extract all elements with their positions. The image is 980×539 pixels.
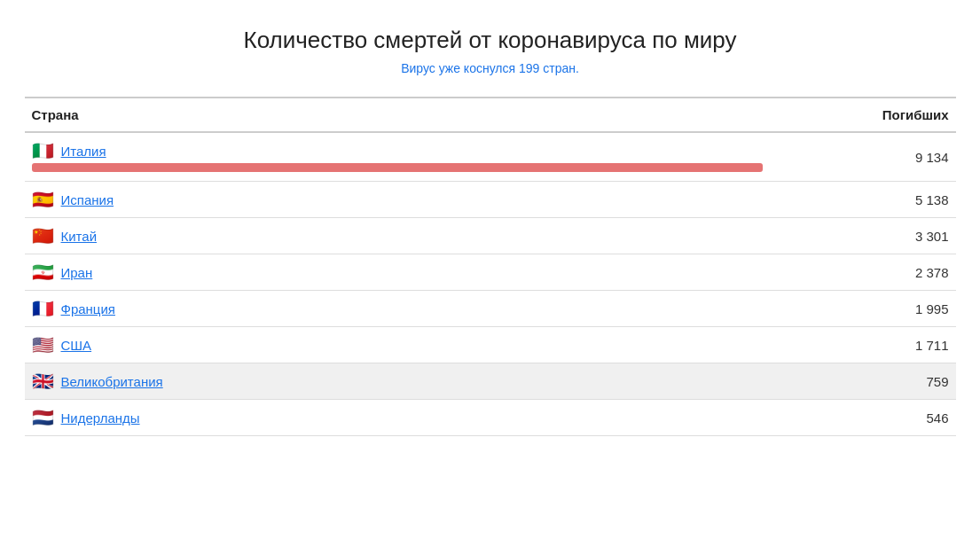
table-row: 🇪🇸Испания5 138 [25,182,956,218]
country-name-link[interactable]: Испания [61,192,114,207]
table-row: 🇨🇳Китай3 301 [25,218,956,254]
country-name-link[interactable]: Иран [61,265,93,280]
table-row: 🇳🇱Нидерланды546 [25,400,956,436]
country-cell: 🇮🇹Италия [25,132,770,182]
country-flag: 🇫🇷 [32,300,54,317]
country-cell: 🇺🇸США [25,327,770,363]
deaths-bar [32,163,763,172]
country-name-link[interactable]: Нидерланды [61,410,140,426]
country-cell: 🇫🇷Франция [25,291,770,327]
subtitle: Вирус уже коснулся 199 стран. [25,61,956,75]
country-cell: 🇮🇷Иран [25,254,770,291]
deaths-count: 9 134 [770,132,956,182]
header-country: Страна [25,98,770,132]
country-flag: 🇪🇸 [32,191,54,208]
country-name-link[interactable]: США [61,338,92,353]
deaths-count: 1 995 [770,291,956,327]
country-flag: 🇺🇸 [32,336,54,354]
country-flag: 🇨🇳 [32,227,54,245]
table-row: 🇮🇷Иран2 378 [25,254,956,291]
deaths-table: Страна Погибших 🇮🇹Италия9 134🇪🇸Испания5 … [25,97,956,436]
deaths-count: 3 301 [770,218,956,254]
deaths-count: 759 [770,363,956,400]
bar-row [32,163,763,172]
table-row: 🇫🇷Франция1 995 [25,291,956,327]
country-name-link[interactable]: Франция [61,301,115,316]
country-cell: 🇳🇱Нидерланды [25,400,770,436]
deaths-count: 2 378 [770,254,956,291]
table-row: 🇮🇹Италия9 134 [25,132,956,182]
main-container: Количество смертей от коронавируса по ми… [25,18,956,436]
table-row: 🇬🇧Великобритания759 [25,363,956,400]
country-cell: 🇪🇸Испания [25,182,770,218]
country-cell: 🇨🇳Китай [25,218,770,254]
country-flag: 🇬🇧 [32,372,54,390]
country-flag: 🇮🇹 [32,142,54,160]
table-row: 🇺🇸США1 711 [25,327,956,363]
country-name-link[interactable]: Италия [61,144,106,159]
country-cell: 🇬🇧Великобритания [25,363,770,400]
table-header-row: Страна Погибших [25,98,956,132]
page-title: Количество смертей от коронавируса по ми… [25,27,956,54]
country-name-link[interactable]: Китай [61,229,98,244]
country-flag: 🇮🇷 [32,263,54,281]
deaths-count: 1 711 [770,327,956,363]
deaths-count: 5 138 [770,182,956,218]
table-body: 🇮🇹Италия9 134🇪🇸Испания5 138🇨🇳Китай3 301🇮… [25,132,956,436]
country-name-link[interactable]: Великобритания [61,374,163,389]
country-flag: 🇳🇱 [32,409,54,426]
header-deaths: Погибших [770,98,956,132]
deaths-count: 546 [770,400,956,436]
